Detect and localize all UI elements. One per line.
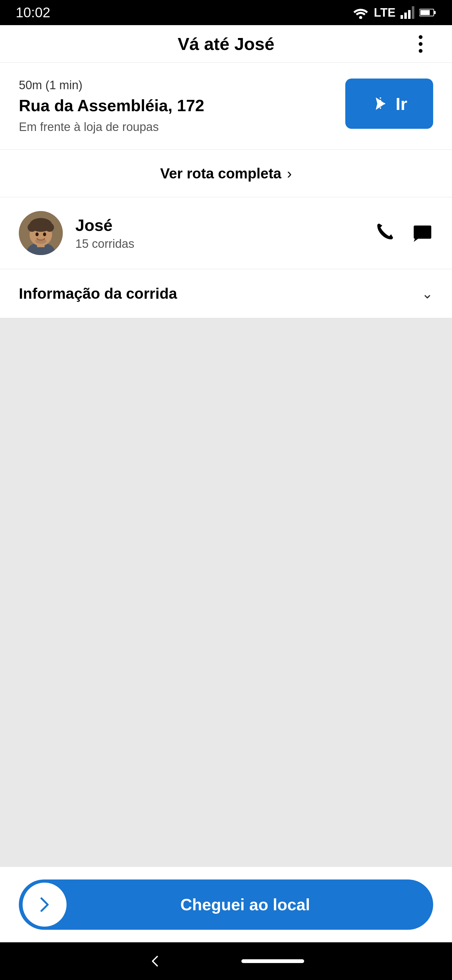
info-title: Informação da corrida <box>19 285 177 302</box>
more-dots-icon <box>419 35 422 53</box>
svg-rect-1 <box>401 15 403 19</box>
status-bar: 10:02 LTE <box>0 0 452 25</box>
route-info: 50m (1 min) Rua da Assembléia, 172 Em fr… <box>19 78 333 134</box>
phone-icon <box>375 223 396 244</box>
driver-name: José <box>75 216 375 235</box>
svg-point-0 <box>359 16 362 19</box>
driver-trips: 15 corridas <box>75 237 375 251</box>
chevron-down-icon: ⌄ <box>422 286 433 302</box>
back-button[interactable] <box>148 953 163 969</box>
arrive-button[interactable]: Cheguei ao local <box>19 880 433 930</box>
svg-rect-2 <box>404 13 407 19</box>
home-indicator[interactable] <box>241 959 304 963</box>
avatar-face-svg <box>19 211 63 255</box>
driver-actions <box>375 223 433 244</box>
svg-point-20 <box>35 239 46 244</box>
more-button[interactable] <box>408 32 433 57</box>
driver-info: José 15 corridas <box>75 216 375 251</box>
route-section: 50m (1 min) Rua da Assembléia, 172 Em fr… <box>0 63 452 150</box>
route-hint: Em frente à loja de roupas <box>19 120 333 134</box>
battery-icon <box>419 8 436 17</box>
svg-rect-21 <box>414 226 431 239</box>
bottom-nav <box>0 942 452 980</box>
driver-section: José 15 corridas <box>0 197 452 269</box>
svg-point-19 <box>43 232 46 236</box>
route-complete-label: Ver rota completa <box>160 165 281 182</box>
lte-icon: LTE <box>374 6 395 19</box>
go-button-label: Ir <box>395 94 407 114</box>
signal-icon <box>401 6 414 19</box>
route-complete-button[interactable]: Ver rota completa › <box>0 150 452 197</box>
svg-rect-3 <box>408 10 411 19</box>
navigate-icon <box>371 94 390 113</box>
svg-marker-22 <box>414 239 418 242</box>
header: Vá até José <box>0 25 452 63</box>
header-title: Vá até José <box>44 33 408 54</box>
info-section[interactable]: Informação da corrida ⌄ <box>0 269 452 318</box>
driver-avatar <box>19 211 63 255</box>
app-container: Vá até José 50m (1 min) Rua da Assembléi… <box>0 25 452 942</box>
message-icon <box>412 223 433 244</box>
svg-rect-7 <box>420 10 430 15</box>
map-area <box>0 318 452 867</box>
back-icon <box>148 953 163 969</box>
status-time: 10:02 <box>16 5 50 21</box>
status-icons: LTE <box>352 6 436 19</box>
wifi-icon <box>352 6 369 19</box>
chevron-right-icon: › <box>287 165 292 182</box>
call-button[interactable] <box>375 223 396 244</box>
svg-point-17 <box>36 219 45 228</box>
route-address: Rua da Assembléia, 172 <box>19 96 333 115</box>
go-button[interactable]: Ir <box>345 78 433 129</box>
arrive-arrow-icon <box>22 883 67 927</box>
arrive-label: Cheguei ao local <box>67 895 433 914</box>
bottom-section: Cheguei ao local <box>0 867 452 942</box>
route-meta: 50m (1 min) <box>19 78 333 92</box>
message-button[interactable] <box>412 223 433 244</box>
svg-rect-4 <box>412 6 414 19</box>
svg-point-18 <box>35 232 39 236</box>
svg-rect-6 <box>434 11 436 14</box>
